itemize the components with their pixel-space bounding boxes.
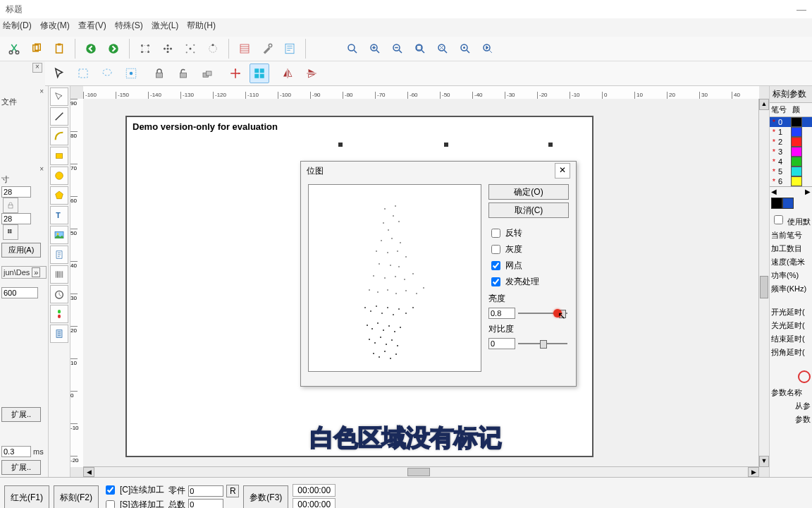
params-f3-button[interactable]: 参数(F3) [243,485,288,508]
select-lasso-icon[interactable] [97,64,117,83]
h-scrollbar[interactable]: ◀ ▶ [83,466,759,477]
zoom-in-icon[interactable] [365,39,385,59]
pointer-icon[interactable] [49,64,69,83]
menu-draw[interactable]: 绘制(D) [3,20,32,35]
expand-button-2[interactable]: 扩展.. [1,460,41,475]
barcode-tool-icon[interactable] [50,265,68,284]
io-tool-icon[interactable] [50,305,68,323]
curve-tool-icon[interactable] [50,127,68,145]
expand-button-1[interactable]: 扩展.. [1,407,41,422]
zoom-all-icon[interactable] [433,39,453,59]
brightness-input[interactable] [488,308,515,319]
mark-button[interactable]: 标刻(F2) [54,485,99,508]
array-icon[interactable] [250,64,269,83]
snap-center-icon[interactable] [180,39,200,59]
canvas[interactable]: Demo version-only for evaluation 位图 ✕ [83,99,759,467]
aspect-lock-icon[interactable] [3,198,18,213]
zoom-window-icon[interactable] [410,39,430,59]
pen-row[interactable]: *3 [770,147,812,157]
scroll-left-icon[interactable]: ◀ [83,467,94,477]
encoder-tool-icon[interactable] [50,325,68,343]
selection-handle[interactable] [548,143,553,147]
tools-icon[interactable] [257,39,277,59]
menu-modify[interactable]: 修改(M) [40,20,70,35]
selection-handle[interactable] [338,143,343,147]
scroll-right-icon[interactable]: ▶ [748,467,759,477]
path-more-icon[interactable]: » [32,267,40,277]
node-edit-icon[interactable] [50,87,68,106]
scroll-up-icon[interactable]: ▲ [759,99,769,110]
snap-endpoint-icon[interactable] [135,39,155,59]
color-palette[interactable] [770,196,812,210]
zoom-sel-icon[interactable] [455,39,475,59]
continuous-checkbox[interactable]: [C]连续加工 [103,483,164,497]
cancel-button[interactable]: 取消(C) [488,202,569,218]
pen-scroll-right-icon[interactable]: ▶ [805,188,812,195]
pen-row[interactable]: *2 [770,137,812,147]
menu-laser[interactable]: 激光(L) [152,20,179,35]
unlock-icon[interactable] [173,64,193,83]
text-tool-icon[interactable]: T [50,206,68,224]
grid-ref-icon[interactable] [3,224,18,240]
pen-scroll-left-icon[interactable]: ◀ [770,188,805,195]
polygon-tool-icon[interactable] [50,186,68,205]
zoom-out-icon[interactable] [388,39,407,59]
panel-close-icon[interactable]: × [32,63,42,73]
snap-grid-icon[interactable] [158,39,178,59]
dither-checkbox[interactable]: 网点 [488,259,569,272]
scroll-down-icon[interactable]: ▼ [759,456,769,467]
reset-button[interactable]: R [226,485,239,497]
copy-icon[interactable] [27,39,47,59]
circle-tool-icon[interactable] [50,167,68,185]
close-icon[interactable]: ✕ [555,163,570,179]
dpi-input[interactable] [1,287,38,298]
pen-row[interactable]: *4 [770,157,812,167]
v-scrollbar[interactable]: ▲ ▼ [758,99,769,467]
height-input[interactable] [1,213,31,224]
origin-icon[interactable] [226,64,245,83]
zoom-fit-icon[interactable] [343,39,362,59]
ok-button[interactable]: 确定(O) [488,184,569,200]
menu-help[interactable]: 帮助(H) [187,20,216,35]
v-scroll-thumb[interactable] [760,276,768,298]
selection-handle[interactable] [444,143,448,147]
red-light-button[interactable]: 红光(F1) [4,485,49,508]
invert-checkbox[interactable]: 反转 [488,226,569,240]
panel1-close-icon[interactable]: × [1,87,47,95]
pen-row[interactable]: *1 [770,127,812,137]
zoom-prev-icon[interactable] [478,39,498,59]
panel2-close-icon[interactable]: × [1,165,47,173]
paste-icon[interactable] [49,39,69,59]
image-tool-icon[interactable] [50,226,68,244]
brighten-checkbox[interactable]: 发亮处理 [488,275,569,289]
brightness-slider[interactable]: ↖ [518,308,567,318]
select-rect-icon[interactable] [73,64,93,83]
contrast-input[interactable] [488,338,515,349]
pen-row[interactable]: *0 [770,117,812,127]
pen-row[interactable]: *5 [770,167,812,176]
part-input[interactable] [188,485,223,497]
minimize-icon[interactable]: — [796,4,806,15]
work-page[interactable]: Demo version-only for evaluation 位图 ✕ [125,116,593,457]
contrast-slider[interactable] [518,339,567,349]
properties-icon[interactable] [280,39,300,59]
delay-input[interactable] [1,446,31,457]
palette-swatch[interactable] [771,198,782,209]
vector-import-icon[interactable] [50,246,68,264]
menu-special[interactable]: 特殊(S) [115,20,143,35]
pen-row[interactable]: *6 [770,176,812,186]
timer-tool-icon[interactable] [50,285,68,303]
width-input[interactable] [1,186,31,198]
redo-icon[interactable] [104,39,123,59]
undo-icon[interactable] [81,39,101,59]
mirror-v-icon[interactable] [302,64,321,83]
gray-checkbox[interactable]: 灰度 [488,243,569,256]
pen-list[interactable]: *0*1*2*3*4*5*6 [770,117,812,186]
select-mark-checkbox[interactable]: [S]选择加工 [103,498,164,508]
line-tool-icon[interactable] [50,107,68,126]
apply-button[interactable]: 应用(A) [1,243,41,258]
select-all-icon[interactable] [121,64,141,83]
lock-icon[interactable] [149,64,169,83]
menu-view[interactable]: 查看(V) [78,20,106,35]
total-input[interactable] [188,499,223,508]
